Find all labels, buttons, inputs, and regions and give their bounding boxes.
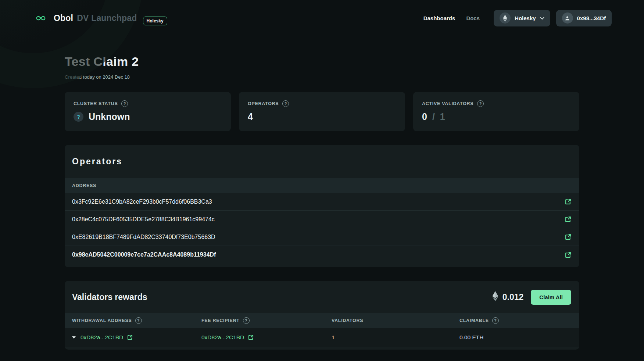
- app-root: Obol DV Launchpad Holesky Dashboards Doc…: [0, 0, 644, 361]
- unknown-status-icon: ?: [74, 112, 83, 122]
- validators-count-cell: 1: [332, 334, 459, 341]
- operators-count-label: OPERATORS: [248, 101, 279, 106]
- wallet-address-label: 0x98...34Df: [577, 15, 606, 21]
- operator-address: 0x3Fc92E6e31C9bA82ceF293b0cF57dd6f06BB3C…: [72, 199, 212, 205]
- active-validators-total: 1: [440, 111, 445, 122]
- operator-row-current-user: 0x98eAD5042C00009e7ce7a2CAAc8A4089b11934…: [65, 246, 579, 264]
- active-validators-value: 0: [422, 111, 427, 122]
- rewards-table-header: WITHDRAWAL ADDRESS ? FEE RECIPIENT ? VAL…: [65, 313, 579, 328]
- fee-recipient-cell: 0xD82a...2C1BD: [201, 334, 332, 341]
- validators-header-label: VALIDATORS: [332, 318, 363, 323]
- withdrawal-address-column-header: WITHDRAWAL ADDRESS ?: [72, 317, 201, 324]
- network-badge: Holesky: [143, 17, 167, 25]
- total-rewards-value: 0.012: [502, 292, 524, 302]
- main-content: Test Claim 2 Created today on 2024 Dec 1…: [65, 54, 579, 350]
- stat-cards: CLUSTER STATUS ? ? Unknown OPERATORS ? 4: [65, 92, 579, 131]
- help-icon[interactable]: ?: [243, 317, 250, 324]
- nav-dashboards[interactable]: Dashboards: [423, 15, 455, 21]
- obol-infinity-logo-icon: [32, 13, 49, 23]
- user-avatar-icon: [562, 12, 573, 24]
- active-validators-separator: /: [432, 111, 435, 122]
- rewards-panel-header: Validators rewards 0.012 Claim All: [65, 281, 579, 313]
- active-validators-label: ACTIVE VALIDATORS: [422, 101, 473, 106]
- claimable-column-header: CLAIMABLE ?: [459, 317, 572, 324]
- operators-count-label-row: OPERATORS ?: [248, 100, 396, 107]
- total-rewards: 0.012: [492, 291, 524, 303]
- chevron-down-icon: [540, 17, 544, 20]
- rewards-summary: 0.012 Claim All: [492, 290, 571, 305]
- active-validators-value-row: 0 / 1: [422, 111, 570, 122]
- logo-group[interactable]: Obol DV Launchpad Holesky: [32, 13, 167, 23]
- external-link-icon[interactable]: [565, 252, 571, 258]
- nav-docs[interactable]: Docs: [466, 15, 480, 21]
- top-bar-right: Dashboards Docs Holesky: [423, 10, 612, 26]
- operator-row: 0x28eC4c075DF60535DDE5e2788C34B1961c9947…: [65, 211, 579, 228]
- operator-address: 0x28eC4c075DF60535DDE5e2788C34B1961c9947…: [72, 216, 215, 223]
- rewards-panel-title: Validators rewards: [72, 292, 147, 302]
- withdrawal-address-link[interactable]: 0xD82a...2C1BD: [80, 334, 123, 341]
- operator-row: 0x3Fc92E6e31C9bA82ceF293b0cF57dd6f06BB3C…: [65, 193, 579, 211]
- operator-address: 0xE82619B18BF7489FdAD82C33740Df73E0b7566…: [72, 234, 215, 240]
- external-link-icon[interactable]: [127, 335, 133, 340]
- page-subtitle: Created today on 2024 Dec 18: [65, 74, 579, 80]
- ethereum-network-icon: [500, 12, 511, 24]
- network-selector-button[interactable]: Holesky: [494, 10, 550, 26]
- cluster-status-value: Unknown: [89, 111, 130, 122]
- network-selector-label: Holesky: [515, 15, 536, 21]
- page-title: Test Claim 2: [65, 54, 579, 69]
- cluster-status-card: CLUSTER STATUS ? ? Unknown: [65, 92, 231, 131]
- cluster-status-label: CLUSTER STATUS: [74, 101, 118, 106]
- external-link-icon[interactable]: [565, 199, 571, 205]
- operator-address: 0x98eAD5042C00009e7ce7a2CAAc8A4089b11934…: [72, 251, 216, 258]
- claimable-amount-cell: 0.00 ETH: [459, 334, 572, 341]
- wallet-account-button[interactable]: 0x98...34Df: [556, 10, 612, 26]
- main-nav: Dashboards Docs: [423, 15, 480, 21]
- address-column-header: ADDRESS: [72, 183, 96, 188]
- help-icon[interactable]: ?: [282, 100, 289, 107]
- fee-recipient-link[interactable]: 0xD82a...2C1BD: [201, 334, 244, 341]
- fee-recipient-header-label: FEE RECIPIENT: [201, 318, 240, 323]
- brand-name: Obol: [54, 13, 73, 23]
- external-link-icon[interactable]: [248, 335, 254, 340]
- operators-count-card: OPERATORS ? 4: [239, 92, 405, 131]
- help-icon[interactable]: ?: [477, 100, 484, 107]
- operator-row: 0xE82619B18BF7489FdAD82C33740Df73E0b7566…: [65, 228, 579, 246]
- active-validators-label-row: ACTIVE VALIDATORS ?: [422, 100, 570, 107]
- top-bar: Obol DV Launchpad Holesky Dashboards Doc…: [0, 0, 644, 36]
- cluster-status-label-row: CLUSTER STATUS ?: [74, 100, 222, 107]
- withdrawal-address-cell: 0xD82a...2C1BD: [72, 334, 201, 341]
- product-name: DV Launchpad: [77, 13, 137, 23]
- operators-count-value: 4: [248, 111, 253, 122]
- claimable-header-label: CLAIMABLE: [459, 318, 489, 323]
- withdrawal-address-header-label: WITHDRAWAL ADDRESS: [72, 318, 132, 323]
- external-link-icon[interactable]: [565, 234, 571, 240]
- ethereum-diamond-icon: [492, 291, 498, 303]
- cluster-status-value-row: ? Unknown: [74, 111, 222, 122]
- external-link-icon[interactable]: [565, 216, 571, 222]
- fee-recipient-column-header: FEE RECIPIENT ?: [201, 317, 332, 324]
- active-validators-card: ACTIVE VALIDATORS ? 0 / 1: [413, 92, 579, 131]
- validators-rewards-panel: Validators rewards 0.012 Claim All: [65, 281, 579, 350]
- operators-panel-header: Operators: [65, 145, 579, 178]
- rewards-table-row: 0xD82a...2C1BD 0xD82a...2C1BD: [65, 328, 579, 347]
- operators-table-header: ADDRESS: [65, 178, 579, 193]
- operators-panel: Operators ADDRESS 0x3Fc92E6e31C9bA82ceF2…: [65, 145, 579, 267]
- help-icon[interactable]: ?: [492, 317, 499, 324]
- help-icon[interactable]: ?: [135, 317, 142, 324]
- operators-panel-title: Operators: [72, 157, 122, 167]
- operators-count-value-row: 4: [248, 111, 396, 122]
- expand-row-chevron-icon[interactable]: [72, 336, 76, 339]
- claim-all-button[interactable]: Claim All: [531, 290, 571, 305]
- validators-column-header: VALIDATORS: [332, 318, 459, 323]
- help-icon[interactable]: ?: [121, 100, 128, 107]
